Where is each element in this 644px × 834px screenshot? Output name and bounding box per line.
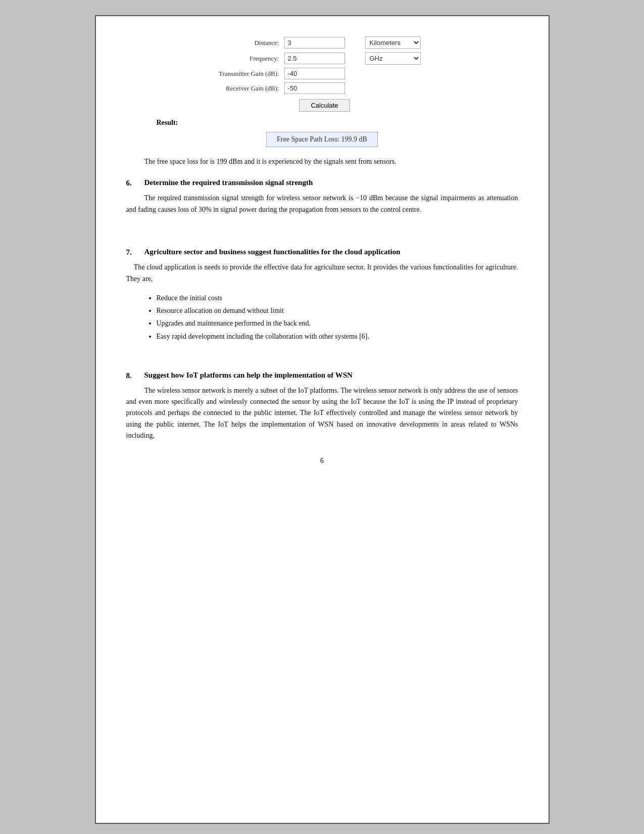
list-item: Reduce the initial costs (157, 292, 518, 304)
section-6-heading: 6. Determine the required transmission s… (126, 178, 518, 188)
list-item: Upgrades and maintenance performed in th… (157, 317, 518, 330)
section-7-heading: 7. Agriculture sector and business sugge… (126, 248, 518, 257)
section-8-body: The wireless sensor network is merely a … (126, 385, 518, 442)
section-6-body: The required transmission signal strengt… (126, 193, 518, 215)
page-number: 6 (126, 457, 518, 465)
section-7-bullets: Reduce the initial costs Resource alloca… (157, 292, 518, 343)
distance-unit-select[interactable]: Kilometers Miles (365, 36, 421, 49)
calculate-button[interactable]: Calculate (299, 99, 350, 112)
list-item: Easy rapid development including the col… (157, 330, 518, 343)
section-8-heading: 8. Suggest how IoT platforms can help th… (126, 371, 518, 380)
list-item: Resource allocation on demand without li… (157, 304, 518, 317)
section-6-num: 6. (126, 178, 144, 188)
result-label: Result: (157, 119, 178, 127)
rx-gain-input[interactable] (284, 82, 345, 94)
section-7-intro: The cloud application is needs to provid… (126, 262, 518, 285)
tx-gain-input[interactable] (284, 68, 345, 79)
section-7-title: Agriculture sector and business suggest … (144, 248, 518, 256)
distance-label: Distance: (193, 39, 284, 47)
result-box: Free Space Path Loss: 199.9 dB (266, 132, 378, 147)
frequency-input[interactable] (284, 53, 345, 64)
section-7-num: 7. (126, 248, 144, 257)
frequency-label: Frequency: (193, 55, 284, 63)
free-space-line: The free space loss for is 199 dBm and i… (126, 156, 518, 167)
section-6-title: Determine the required transmission sign… (144, 178, 518, 187)
frequency-unit-select[interactable]: GHz MHz (365, 52, 421, 65)
section-8-num: 8. (126, 371, 144, 380)
calc-form: Distance: Kilometers Miles Frequency: GH… (193, 36, 451, 112)
calc-button-row: Calculate (284, 99, 365, 112)
spacer-1 (126, 222, 518, 233)
calculator-section: Distance: Kilometers Miles Frequency: GH… (126, 36, 518, 147)
tx-gain-label: Transmitter Gain (dB): (193, 70, 284, 78)
section-8-title: Suggest how IoT platforms can help the i… (144, 371, 518, 380)
rx-gain-label: Receiver Gain (dB): (193, 84, 284, 92)
distance-input[interactable] (284, 37, 345, 49)
page: Distance: Kilometers Miles Frequency: GH… (95, 15, 550, 824)
spacer-2 (126, 350, 518, 360)
